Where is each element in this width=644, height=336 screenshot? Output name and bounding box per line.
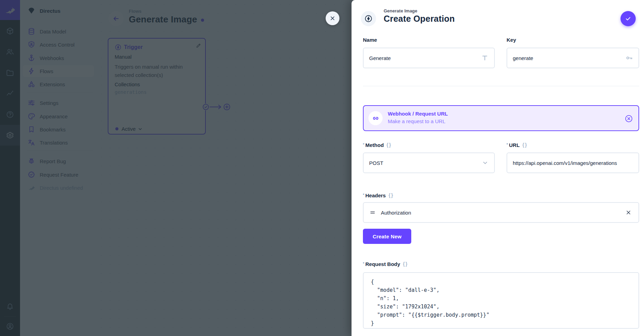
- request-body-editor[interactable]: { "model": "dall-e-3", "n": 1, "size": "…: [363, 272, 639, 329]
- circled-x-icon[interactable]: [625, 115, 633, 123]
- field-label-text: Headers: [365, 192, 386, 198]
- url-field-label: URL {}: [507, 142, 639, 148]
- operation-type-banner[interactable]: Webhook / Request URL Make a request to …: [363, 105, 639, 131]
- create-new-button[interactable]: Create New: [363, 229, 411, 244]
- raw-value-braces-icon[interactable]: {}: [388, 192, 394, 198]
- method-select[interactable]: POST: [363, 152, 495, 173]
- close-icon: [329, 15, 336, 21]
- header-row: Authorization: [363, 202, 639, 223]
- code-line: "n": 1,: [371, 294, 638, 303]
- field-label-text: URL: [509, 142, 520, 148]
- link-icon: [368, 111, 383, 125]
- key-icon: [625, 54, 633, 62]
- bolt-circle-icon: [364, 14, 373, 23]
- key-input[interactable]: generate: [507, 48, 639, 68]
- key-field-label: Key: [507, 37, 639, 43]
- drawer-breadcrumb: Generate Image: [384, 8, 417, 13]
- create-operation-drawer: Generate Image Create Operation Name Key…: [352, 0, 644, 336]
- header-row-value[interactable]: Authorization: [381, 210, 625, 216]
- key-input-value: generate: [513, 55, 625, 61]
- app-window: Directus Data Model Access Control Webho…: [0, 0, 644, 336]
- code-line: "model": "dall-e-3",: [371, 286, 638, 294]
- drag-handle-icon[interactable]: [369, 209, 376, 216]
- name-input[interactable]: Generate: [363, 48, 495, 68]
- code-line: "prompt": "{{$trigger.body.prompt}}": [371, 311, 638, 319]
- name-field-label: Name: [363, 37, 495, 43]
- save-button[interactable]: [621, 11, 636, 26]
- url-input[interactable]: https://api.openai.com/v1/images/generat…: [507, 152, 639, 173]
- url-input-value: https://api.openai.com/v1/images/generat…: [513, 160, 633, 166]
- required-dot: [363, 143, 364, 145]
- raw-value-braces-icon[interactable]: {}: [403, 261, 408, 267]
- drawer-title: Create Operation: [384, 14, 455, 24]
- chevron-down-icon: [482, 159, 489, 166]
- required-dot: [363, 194, 364, 195]
- raw-value-braces-icon[interactable]: {}: [522, 142, 528, 148]
- code-line: {: [371, 278, 638, 286]
- check-icon: [625, 15, 632, 22]
- field-label-text: Method: [365, 142, 384, 148]
- drawer-header-icon: [361, 11, 376, 26]
- required-dot: [507, 143, 508, 145]
- field-label-text: Key: [507, 37, 516, 43]
- required-dot: [363, 262, 364, 264]
- title-T-icon: [481, 54, 489, 62]
- field-label-text: Name: [363, 37, 377, 43]
- section-divider: [363, 86, 639, 86]
- method-select-value: POST: [369, 160, 482, 166]
- code-line: "size": "1792x1024",: [371, 303, 638, 311]
- drawer-cancel-button[interactable]: [326, 11, 339, 25]
- field-label-text: Request Body: [365, 261, 400, 267]
- code-line: }: [371, 319, 638, 327]
- headers-field-label: Headers {}: [363, 192, 495, 198]
- create-new-label: Create New: [373, 234, 402, 239]
- name-input-value: Generate: [369, 55, 481, 61]
- banner-subtitle: Make a request to a URL: [388, 118, 445, 124]
- remove-header-x-icon[interactable]: [625, 209, 632, 216]
- method-field-label: Method {}: [363, 142, 495, 148]
- request-body-field-label: Request Body {}: [363, 261, 495, 267]
- raw-value-braces-icon[interactable]: {}: [386, 142, 392, 148]
- banner-title: Webhook / Request URL: [388, 111, 448, 117]
